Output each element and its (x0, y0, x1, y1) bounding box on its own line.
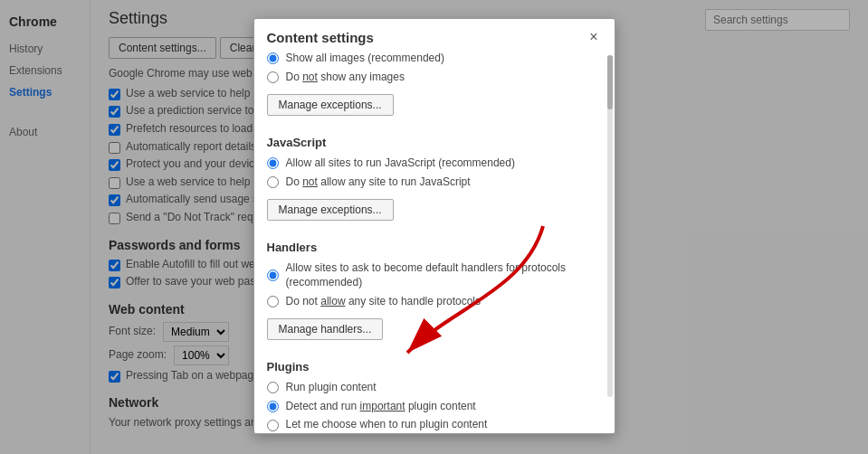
radio-label-run-plugins: Run plugin content (286, 381, 377, 395)
radio-run-plugins[interactable] (267, 382, 279, 393)
plugins-section-title: Plugins (267, 353, 602, 374)
radio-row: Do not allow any site to run JavaScript (267, 175, 602, 190)
handlers-section: Handlers Allow sites to ask to become de… (267, 233, 602, 340)
radio-row: Detect and run important plugin content (267, 400, 602, 414)
radio-row: Do not show any images (267, 71, 602, 85)
radio-disallow-js[interactable] (267, 176, 279, 188)
radio-row: Run plugin content (267, 381, 602, 395)
scrollbar-thumb[interactable] (607, 55, 613, 109)
radio-label-disallow-js: Do not allow any site to run JavaScript (286, 175, 471, 190)
radio-row: Allow sites to ask to become default han… (267, 261, 602, 289)
manage-js-exceptions-button[interactable]: Manage exceptions... (267, 199, 394, 221)
radio-allow-handlers[interactable] (267, 270, 279, 281)
javascript-section: JavaScript Allow all sites to run JavaSc… (267, 128, 602, 221)
radio-detect-plugins[interactable] (267, 401, 279, 412)
dialog-close-button[interactable]: × (586, 28, 601, 46)
images-section: Show all images (recommended) Do not sho… (267, 52, 602, 116)
scrollbar-track (607, 55, 613, 397)
radio-no-images[interactable] (267, 71, 279, 83)
content-settings-dialog: Content settings × Show all images (reco… (253, 18, 615, 434)
radio-allow-js[interactable] (267, 157, 279, 169)
radio-disallow-handlers[interactable] (267, 296, 279, 307)
radio-row: Do not allow any site to handle protocol… (267, 295, 602, 309)
radio-row: Show all images (recommended) (267, 52, 602, 66)
radio-label-show-all-images: Show all images (recommended) (286, 52, 444, 66)
radio-row: Let me choose when to run plugin content (267, 418, 602, 432)
javascript-section-title: JavaScript (267, 128, 602, 149)
manage-handlers-button[interactable]: Manage handlers... (267, 318, 384, 340)
radio-label-detect-plugins: Detect and run important plugin content (286, 400, 476, 414)
radio-label-allow-handlers: Allow sites to ask to become default han… (286, 261, 602, 289)
radio-label-choose-plugins: Let me choose when to run plugin content (286, 418, 488, 432)
dialog-title: Content settings (267, 30, 374, 45)
radio-show-all-images[interactable] (267, 52, 279, 64)
dialog-overlay: Content settings × Show all images (reco… (0, 0, 868, 454)
radio-label-no-images: Do not show any images (286, 71, 405, 85)
plugins-section: Plugins Run plugin content Detect and ru… (267, 353, 602, 434)
radio-choose-plugins[interactable] (267, 420, 279, 431)
dialog-body: Show all images (recommended) Do not sho… (254, 52, 615, 434)
manage-images-exceptions-button[interactable]: Manage exceptions... (267, 94, 394, 116)
radio-row: Allow all sites to run JavaScript (recom… (267, 156, 602, 171)
handlers-section-title: Handlers (267, 233, 602, 254)
radio-label-disallow-handlers: Do not allow any site to handle protocol… (286, 295, 482, 309)
dialog-title-bar: Content settings × (254, 19, 615, 52)
radio-label-allow-js: Allow all sites to run JavaScript (recom… (286, 156, 515, 171)
